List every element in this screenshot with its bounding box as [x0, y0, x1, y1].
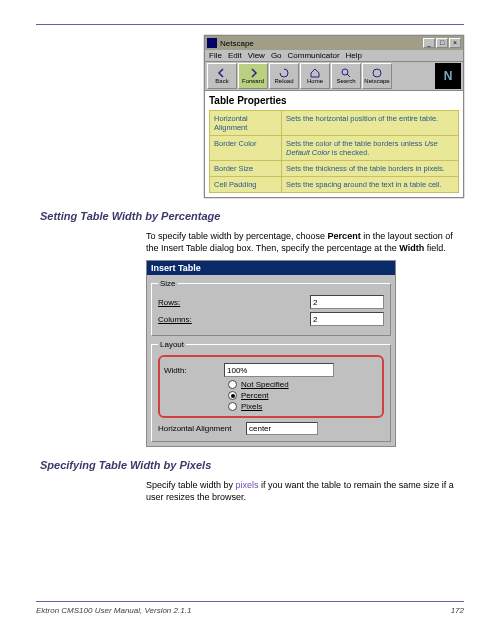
- paragraph-pixels: Specify table width by pixels if you wan…: [146, 479, 456, 503]
- radio-icon: [228, 391, 237, 400]
- netscape-button[interactable]: Netscape: [362, 63, 392, 89]
- svg-line-1: [347, 74, 350, 77]
- layout-legend: Layout: [158, 340, 186, 349]
- maximize-button[interactable]: □: [436, 38, 448, 48]
- prop-desc: Sets the color of the table borders unle…: [282, 136, 459, 161]
- home-button[interactable]: Home: [300, 63, 330, 89]
- rows-input[interactable]: 2: [310, 295, 384, 309]
- top-rule: [36, 24, 464, 25]
- netscape-app-icon: [207, 38, 217, 48]
- search-icon: [340, 68, 352, 78]
- paragraph-percentage: To specify table width by percentage, ch…: [146, 230, 456, 254]
- table-row: Cell Padding Sets the spacing around the…: [210, 177, 459, 193]
- size-fieldset: Size Rows: 2 Columns: 2: [151, 279, 391, 336]
- section-heading-pixels: Specifying Table Width by Pixels: [40, 459, 464, 471]
- search-button[interactable]: Search: [331, 63, 361, 89]
- columns-label: Columns:: [158, 315, 208, 324]
- section-heading-percentage: Setting Table Width by Percentage: [40, 210, 464, 222]
- prop-desc: Sets the horizontal position of the enti…: [282, 111, 459, 136]
- page-footer: Ektron CMS100 User Manual, Version 2.1.1…: [36, 601, 464, 615]
- layout-fieldset: Layout Width: 100% Not Specified Percent…: [151, 340, 391, 442]
- prop-label: Border Size: [210, 161, 282, 177]
- pixels-link[interactable]: pixels: [236, 480, 259, 490]
- columns-input[interactable]: 2: [310, 312, 384, 326]
- netscape-icon: [371, 68, 383, 78]
- table-row: Border Size Sets the thickness of the ta…: [210, 161, 459, 177]
- menu-edit[interactable]: Edit: [228, 51, 242, 60]
- halign-combo[interactable]: center: [246, 422, 318, 435]
- menu-view[interactable]: View: [248, 51, 265, 60]
- titlebar: Netscape _ □ ×: [205, 36, 463, 50]
- table-row: Horizontal Alignment Sets the horizontal…: [210, 111, 459, 136]
- home-icon: [309, 68, 321, 78]
- rows-label: Rows:: [158, 298, 208, 307]
- back-button[interactable]: Back: [207, 63, 237, 89]
- footer-title: Ektron CMS100 User Manual, Version 2.1.1: [36, 606, 191, 615]
- radio-icon: [228, 402, 237, 411]
- menubar: File Edit View Go Communicator Help: [205, 50, 463, 62]
- browser-content: Table Properties Horizontal Alignment Se…: [205, 91, 463, 197]
- radio-not-specified[interactable]: Not Specified: [228, 380, 378, 389]
- width-highlight: Width: 100% Not Specified Percent Pixels: [158, 355, 384, 418]
- prop-label: Horizontal Alignment: [210, 111, 282, 136]
- radio-percent[interactable]: Percent: [228, 391, 378, 400]
- table-row: Border Color Sets the color of the table…: [210, 136, 459, 161]
- reload-button[interactable]: Reload: [269, 63, 299, 89]
- page-number: 172: [451, 606, 464, 615]
- menu-communicator[interactable]: Communicator: [288, 51, 340, 60]
- menu-file[interactable]: File: [209, 51, 222, 60]
- svg-point-2: [373, 69, 381, 77]
- toolbar: Back Forward Reload Home Search Netscape…: [205, 62, 463, 91]
- size-legend: Size: [158, 279, 178, 288]
- prop-label: Cell Padding: [210, 177, 282, 193]
- close-button[interactable]: ×: [449, 38, 461, 48]
- forward-button[interactable]: Forward: [238, 63, 268, 89]
- window-title: Netscape: [220, 39, 254, 48]
- reload-icon: [278, 68, 290, 78]
- halign-label: Horizontal Alignment: [158, 424, 246, 433]
- netscape-logo: N: [435, 63, 461, 89]
- back-icon: [216, 68, 228, 78]
- radio-pixels[interactable]: Pixels: [228, 402, 378, 411]
- prop-desc: Sets the spacing around the text in a ta…: [282, 177, 459, 193]
- radio-icon: [228, 380, 237, 389]
- table-properties-heading: Table Properties: [209, 95, 459, 106]
- width-input[interactable]: 100%: [224, 363, 334, 377]
- menu-go[interactable]: Go: [271, 51, 282, 60]
- properties-table: Horizontal Alignment Sets the horizontal…: [209, 110, 459, 193]
- minimize-button[interactable]: _: [423, 38, 435, 48]
- dialog-title: Insert Table: [147, 261, 395, 275]
- netscape-window: Netscape _ □ × File Edit View Go Communi…: [204, 35, 464, 198]
- width-label: Width:: [164, 366, 214, 375]
- forward-icon: [247, 68, 259, 78]
- menu-help[interactable]: Help: [346, 51, 362, 60]
- insert-table-dialog: Insert Table Size Rows: 2 Columns: 2 Lay…: [146, 260, 396, 447]
- prop-label: Border Color: [210, 136, 282, 161]
- prop-desc: Sets the thickness of the table borders …: [282, 161, 459, 177]
